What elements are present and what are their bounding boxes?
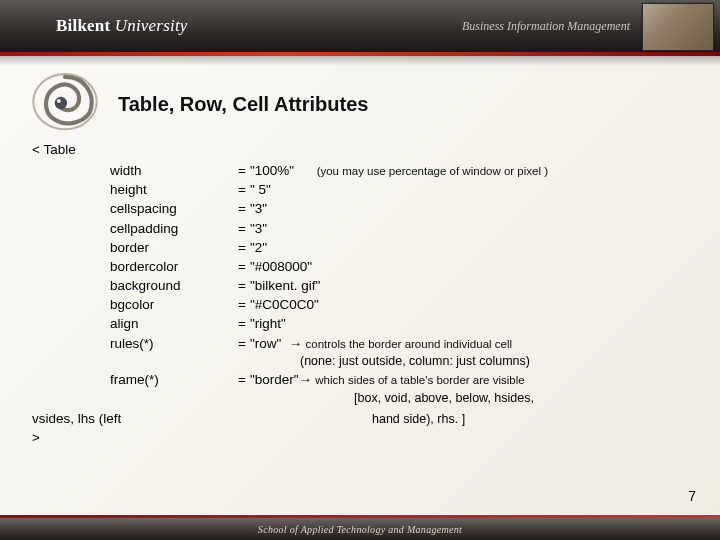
close-prefix: vsides, lhs (left: [32, 409, 121, 428]
attr-name: rules(*): [110, 334, 228, 353]
page-number: 7: [688, 488, 696, 504]
attr-value: "3": [246, 199, 267, 218]
attr-row: background="bilkent. gif": [32, 276, 692, 295]
attr-name: bordercolor: [110, 257, 228, 276]
open-tag: < Table: [32, 140, 692, 159]
university-name: Bilkent University: [56, 16, 188, 36]
attr-name: frame(*): [110, 370, 228, 389]
attr-note: (you may use percentage of window or pix…: [317, 165, 548, 177]
attr-row: align="right": [32, 314, 692, 333]
frame-subnote-1: [box, void, above, below, hsides,: [354, 390, 692, 408]
attr-name: border: [110, 238, 228, 257]
attr-name: height: [110, 180, 228, 199]
attr-value: "2": [246, 238, 267, 257]
arrow-icon: →: [299, 372, 313, 387]
svg-point-1: [55, 97, 67, 109]
header-subtitle: Business Information Management: [462, 19, 630, 34]
attr-value: "right": [246, 314, 286, 333]
slide-title: Table, Row, Cell Attributes: [118, 93, 368, 116]
attr-value: "100%" (you may use percentage of window…: [246, 161, 548, 180]
equals-sign: =: [228, 334, 246, 353]
university-name-bold: Bilkent: [56, 16, 115, 35]
attr-row-frame: frame(*) = "border"→ which sides of a ta…: [32, 370, 692, 389]
equals-sign: =: [228, 199, 246, 218]
equals-sign: =: [228, 257, 246, 276]
equals-sign: =: [228, 295, 246, 314]
attr-value: "3": [246, 219, 267, 238]
header-bar: Bilkent University Business Information …: [0, 0, 720, 52]
attr-name: background: [110, 276, 228, 295]
attr-description: controls the border around individual ce…: [302, 338, 512, 350]
attr-value: "#008000": [246, 257, 312, 276]
header-photo: [642, 3, 714, 51]
equals-sign: =: [228, 370, 246, 389]
attr-value: "#C0C0C0": [246, 295, 319, 314]
swirl-logo-icon: [30, 70, 100, 132]
svg-point-2: [57, 99, 61, 103]
equals-sign: =: [228, 238, 246, 257]
slide-body: < Table width="100%" (you may use percen…: [32, 140, 692, 447]
attr-row: bgcolor="#C0C0C0": [32, 295, 692, 314]
close-tag: >: [32, 428, 692, 447]
attr-row: cellspacing="3": [32, 199, 692, 218]
attr-name: cellpadding: [110, 219, 228, 238]
attr-value: "border"→ which sides of a table's borde…: [246, 370, 525, 389]
footer-bar: School of Applied Technology and Managem…: [0, 518, 720, 540]
arrow-icon: →: [289, 336, 303, 351]
attr-value: "row" → controls the border around indiv…: [246, 334, 512, 353]
attr-row: cellpadding="3": [32, 219, 692, 238]
rules-subnote: (none: just outside, column: just column…: [300, 353, 692, 371]
attr-name: align: [110, 314, 228, 333]
attr-name: cellspacing: [110, 199, 228, 218]
equals-sign: =: [228, 219, 246, 238]
university-name-italic: University: [115, 16, 188, 35]
attr-row: border="2": [32, 238, 692, 257]
attr-value: " 5": [246, 180, 271, 199]
equals-sign: =: [228, 180, 246, 199]
header-shadow: [0, 56, 720, 66]
slide: Bilkent University Business Information …: [0, 0, 720, 540]
attr-value: "bilkent. gif": [246, 276, 320, 295]
attr-name: bgcolor: [110, 295, 228, 314]
equals-sign: =: [228, 314, 246, 333]
footer-text: School of Applied Technology and Managem…: [258, 524, 462, 535]
attr-row-rules: rules(*) = "row" → controls the border a…: [32, 334, 692, 353]
frame-subnote-2: hand side), rhs. ]: [372, 411, 692, 429]
equals-sign: =: [228, 276, 246, 295]
attr-row: bordercolor="#008000": [32, 257, 692, 276]
attr-row: width="100%" (you may use percentage of …: [32, 161, 692, 180]
attr-name: width: [110, 161, 228, 180]
attr-description: which sides of a table's border are visi…: [312, 374, 525, 386]
equals-sign: =: [228, 161, 246, 180]
attr-row: height=" 5": [32, 180, 692, 199]
footer: School of Applied Technology and Managem…: [0, 515, 720, 540]
